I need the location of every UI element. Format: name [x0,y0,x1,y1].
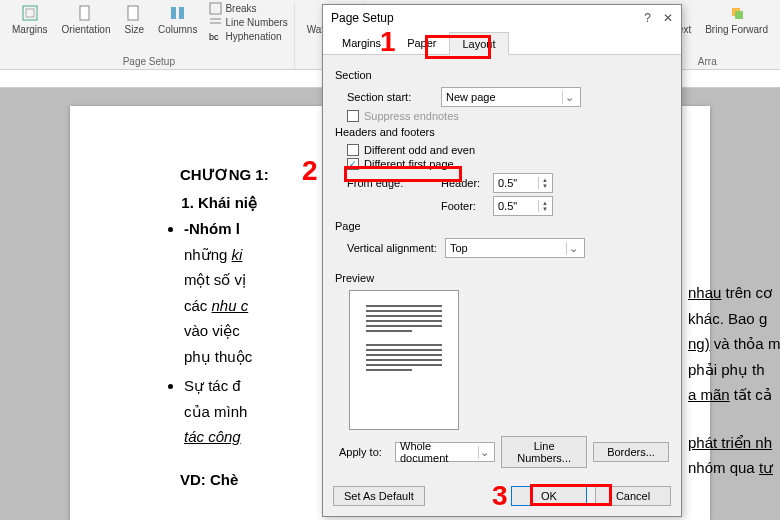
size-icon [125,4,143,22]
cancel-button[interactable]: Cancel [595,486,671,506]
svg-rect-6 [210,3,221,14]
bring-forward-icon [728,4,746,22]
section-start-select[interactable]: New page⌄ [441,87,581,107]
tab-paper[interactable]: Paper [394,31,449,54]
ribbon-group-page-setup: Page Setup [123,54,175,69]
chevron-down-icon: ⌄ [566,242,580,255]
line-numbers-button[interactable]: Line Numbers... [501,436,587,468]
page-heading: Page [335,220,669,232]
apply-to-label: Apply to: [339,446,389,458]
valign-select[interactable]: Top⌄ [445,238,585,258]
from-edge-label: From edge: [347,177,433,189]
svg-rect-2 [80,6,89,20]
ribbon-columns-button[interactable]: Columns [156,2,199,37]
different-odd-even-checkbox[interactable]: Different odd and even [347,144,669,156]
set-as-default-button[interactable]: Set As Default [333,486,425,506]
hyphenation-icon: bc [209,30,222,43]
ribbon-breaks-button[interactable]: Breaks [209,2,287,15]
svg-rect-5 [179,7,184,19]
ribbon-bring-forward-button[interactable]: Bring Forward [703,2,770,37]
ribbon-size-button[interactable]: Size [123,2,146,37]
borders-button[interactable]: Borders... [593,442,669,462]
ok-button[interactable]: OK [511,486,587,506]
line-numbers-icon [209,16,222,29]
vd-label: VD: Chè [180,471,238,488]
ribbon-group-arrange: Arra [698,54,717,69]
help-icon[interactable]: ? [644,11,651,25]
footer-spinner[interactable]: 0.5"▲▼ [493,196,553,216]
header-spinner[interactable]: 0.5"▲▼ [493,173,553,193]
ribbon-orientation-button[interactable]: Orientation [60,2,113,37]
svg-rect-0 [23,6,37,20]
svg-rect-1 [26,9,34,17]
columns-icon [169,4,187,22]
svg-rect-14 [735,11,743,19]
preview-heading: Preview [335,272,669,284]
valign-label: Vertical alignment: [347,242,437,254]
preview-page [349,290,459,430]
header-label: Header: [441,177,485,189]
chevron-down-icon: ⌄ [562,91,576,104]
apply-to-select[interactable]: Whole document⌄ [395,442,495,462]
dialog-tabs: Margins Paper Layout [323,31,681,55]
suppress-endnotes-checkbox: Suppress endnotes [347,110,669,122]
orientation-icon [77,4,95,22]
margins-icon [21,4,39,22]
tab-layout[interactable]: Layout [449,32,508,55]
ribbon-margins-button[interactable]: Margins [10,2,50,37]
svg-rect-4 [171,7,176,19]
chevron-down-icon: ⌄ [478,446,491,459]
headers-footers-heading: Headers and footers [335,126,669,138]
dialog-title: Page Setup [331,11,394,25]
breaks-icon [209,2,222,15]
footer-label: Footer: [441,200,485,212]
different-first-page-checkbox[interactable]: ✓Different first page [347,158,669,170]
overflow-text: nhau trên cơ khác. Bao g ng) và thỏa m p… [688,280,780,481]
page-setup-dialog: Page Setup ? ✕ Margins Paper Layout Sect… [322,4,682,517]
dialog-titlebar: Page Setup ? ✕ [323,5,681,31]
close-icon[interactable]: ✕ [663,11,673,25]
section-heading: Section [335,69,669,81]
ribbon-hyphenation-button[interactable]: bcHyphenation [209,30,287,43]
svg-rect-3 [128,6,138,20]
tab-margins[interactable]: Margins [329,31,394,54]
ribbon-line-numbers-button[interactable]: Line Numbers [209,16,287,29]
section-start-label: Section start: [347,91,433,103]
svg-text:bc: bc [209,32,219,42]
